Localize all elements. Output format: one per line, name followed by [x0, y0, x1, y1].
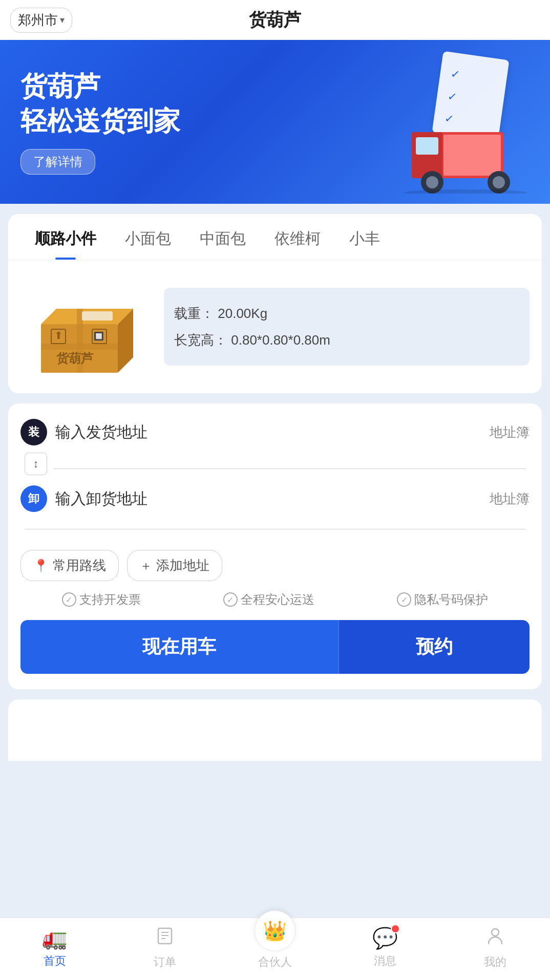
dimension-value: 0.80*0.80*0.80m [231, 332, 330, 348]
nav-messages[interactable]: 💬 消息 [330, 926, 440, 969]
app-title: 货葫芦 [249, 8, 301, 32]
box-icon: ⬆ 🔲 货葫芦 [26, 278, 149, 375]
partner-crown-icon: 👑 [263, 920, 287, 942]
profile-icon [484, 925, 506, 951]
svg-point-5 [426, 176, 438, 188]
feature-safe: ✓ 全程安心运送 [223, 591, 314, 608]
svg-text:⬆: ⬆ [54, 330, 63, 341]
nav-mine-label: 我的 [484, 954, 506, 970]
features-row: ✓ 支持开发票 ✓ 全程安心运送 ✓ 隐私号码保护 [20, 591, 530, 608]
weight-value: 20.00Kg [218, 306, 267, 321]
nav-orders[interactable]: 订单 [110, 925, 220, 970]
book-reserve-button[interactable]: 预约 [339, 620, 530, 674]
city-name: 郑州市 [18, 11, 58, 29]
privacy-check-icon: ✓ [397, 592, 411, 607]
weight-spec: 载重： 20.00Kg [174, 300, 519, 327]
home-truck-icon: 🚛 [42, 926, 68, 950]
svg-rect-13 [41, 344, 118, 350]
load-address-label: 输入发货地址 [55, 422, 490, 443]
vehicle-specs: 载重： 20.00Kg 长宽高： 0.80*0.80*0.80m [164, 288, 530, 366]
banner-content: 货葫芦 轻松送货到家 了解详情 [20, 69, 530, 174]
feature-safe-label: 全程安心运送 [241, 591, 314, 608]
banner: 货葫芦 轻松送货到家 了解详情 [0, 40, 550, 204]
vehicle-tabs: 顺路小件 小面包 中面包 依维柯 小丰 [8, 214, 542, 260]
safe-check-icon: ✓ [223, 592, 238, 607]
swap-row: ↕ [20, 453, 530, 475]
banner-detail-button[interactable]: 了解详情 [20, 149, 95, 175]
chevron-down-icon: ▾ [60, 14, 65, 26]
tab-medium-van[interactable]: 中面包 [185, 214, 260, 260]
booking-card: 装 输入发货地址 地址簿 ↕ 卸 输入卸货地址 地址簿 📍 常用路线 [8, 403, 542, 689]
header: 郑州市 ▾ 货葫芦 [0, 0, 550, 40]
svg-text:🔲: 🔲 [94, 331, 104, 341]
vehicle-image: ⬆ 🔲 货葫芦 [20, 275, 154, 378]
svg-point-24 [492, 929, 499, 936]
nav-home[interactable]: 🚛 首页 [0, 926, 110, 969]
dimension-label: 长宽高： [174, 332, 227, 348]
plus-icon: ＋ [140, 558, 152, 574]
location-icon: 📍 [33, 559, 49, 573]
feature-invoice: ✓ 支持开发票 [62, 591, 141, 608]
svg-text:货葫芦: 货葫芦 [56, 351, 94, 365]
messages-icon: 💬 [372, 926, 398, 950]
svg-point-8 [404, 189, 527, 194]
banner-title: 货葫芦 轻松送货到家 [20, 69, 530, 138]
main-content: 顺路小件 小面包 中面包 依维柯 小丰 [0, 204, 550, 843]
nav-orders-label: 订单 [154, 954, 176, 970]
city-selector[interactable]: 郑州市 ▾ [10, 8, 72, 33]
vehicle-content: ⬆ 🔲 货葫芦 载重： 20.00Kg 长宽高： 0.80*0.80*0. [8, 260, 542, 393]
nav-messages-label: 消息 [374, 953, 396, 969]
svg-rect-19 [82, 311, 113, 321]
invoice-check-icon: ✓ [62, 592, 76, 607]
feature-invoice-label: 支持开发票 [79, 591, 141, 608]
load-address-row: 装 输入发货地址 地址簿 [20, 419, 530, 445]
tab-shunlu[interactable]: 顺路小件 [20, 214, 111, 260]
weight-label: 载重： [174, 306, 214, 321]
tab-yiweike[interactable]: 依维柯 [260, 214, 335, 260]
nav-partner[interactable]: 👑 合伙人 [220, 926, 330, 970]
nav-partner-label: 合伙人 [258, 954, 292, 970]
bottom-partial-card [8, 699, 542, 761]
load-address-book[interactable]: 地址簿 [490, 423, 530, 441]
feature-privacy: ✓ 隐私号码保护 [397, 591, 488, 608]
quick-actions: 📍 常用路线 ＋ 添加地址 [20, 550, 530, 581]
svg-point-7 [493, 176, 505, 188]
book-actions: 现在用车 预约 [20, 620, 530, 674]
add-address-button[interactable]: ＋ 添加地址 [127, 550, 222, 581]
unload-address-row: 卸 输入卸货地址 地址簿 [20, 485, 530, 512]
tab-small-van[interactable]: 小面包 [111, 214, 185, 260]
unload-address-label: 输入卸货地址 [55, 488, 490, 509]
unload-badge: 卸 [20, 485, 47, 512]
orders-icon [154, 925, 176, 951]
partner-icon-bg: 👑 [255, 910, 295, 951]
tab-small2[interactable]: 小丰 [335, 214, 394, 260]
common-route-button[interactable]: 📍 常用路线 [20, 550, 119, 581]
load-badge: 装 [20, 419, 47, 445]
dimension-spec: 长宽高： 0.80*0.80*0.80m [174, 327, 519, 353]
nav-mine[interactable]: 我的 [440, 925, 550, 970]
bottom-nav: 🚛 首页 订单 👑 合伙人 💬 消息 我的 [0, 918, 550, 980]
add-address-label: 添加地址 [156, 557, 209, 574]
book-now-button[interactable]: 现在用车 [20, 620, 339, 674]
vehicle-card: 顺路小件 小面包 中面包 依维柯 小丰 [8, 214, 542, 393]
feature-privacy-label: 隐私号码保护 [414, 591, 488, 608]
swap-button[interactable]: ↕ [25, 453, 47, 475]
unload-address-book[interactable]: 地址簿 [490, 490, 530, 508]
nav-home-label: 首页 [44, 953, 66, 969]
